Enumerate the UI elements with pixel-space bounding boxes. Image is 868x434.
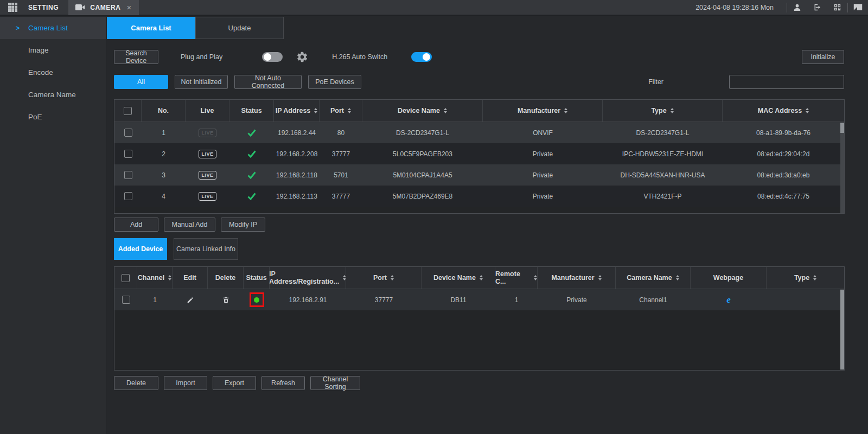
col-type[interactable]: Type (603, 100, 723, 122)
initialize-button[interactable]: Initialize (802, 50, 844, 64)
cell-port: 37777 (320, 186, 362, 207)
qr-code-button[interactable] (827, 0, 847, 15)
cell-type: DS-2CD2347G1-L (603, 122, 723, 143)
datetime: 2024-04-08 19:28:16 Mon (695, 4, 774, 11)
live-preview-button[interactable]: LIVE (199, 150, 216, 158)
sidebar-item-camera-list[interactable]: > Camera List (0, 17, 106, 39)
col-channel[interactable]: Channel (137, 267, 173, 289)
refresh-button[interactable]: Refresh (261, 376, 305, 390)
sidebar-item-label: Camera List (28, 24, 68, 32)
scrollbar[interactable] (840, 289, 844, 370)
scrollbar[interactable] (840, 122, 844, 213)
filter-poe-devices-button[interactable]: PoE Devices (308, 75, 361, 89)
col-camera-name[interactable]: Camera Name (616, 267, 691, 289)
select-all-checkbox[interactable] (124, 107, 132, 115)
filter-not-initialized-button[interactable]: Not Initialized (175, 75, 228, 89)
tab-update[interactable]: Update (195, 17, 284, 39)
status-online-dot (254, 297, 259, 303)
table-row[interactable]: 1 LIVE 192.168.2.44 80 DS-2CD2347G1-L ON… (114, 122, 844, 143)
plug-and-play-label: Plug and Play (181, 53, 222, 61)
channel-sorting-button[interactable]: Channel Sorting (310, 376, 360, 390)
col-device-name[interactable]: Device Name (422, 267, 495, 289)
filter-input[interactable] (729, 75, 844, 89)
live-preview-button[interactable]: LIVE (199, 192, 216, 201)
cell-manufacturer: Private (483, 164, 603, 186)
cell-type: IPC-HDBW5231E-ZE-HDMI (603, 143, 723, 164)
filter-label: Filter (648, 78, 663, 86)
col-remote-channel[interactable]: Remote C... (495, 267, 538, 289)
live-preview-button[interactable]: LIVE (199, 171, 216, 180)
camera-tab[interactable]: CAMERA × (68, 0, 139, 15)
tab-added-device[interactable]: Added Device (114, 238, 167, 260)
row-checkbox[interactable] (124, 129, 132, 137)
user-button[interactable] (787, 0, 807, 15)
cell-no: 1 (142, 122, 186, 143)
device-table-header: No. Live Status IP Address Port Device N… (114, 100, 844, 122)
cell-type (767, 289, 844, 310)
cell-no: 4 (142, 186, 186, 207)
table-row[interactable]: 4 LIVE 192.168.2.113 37777 5M07B2DPAZ469… (114, 186, 844, 207)
cell-camera-name: Channel1 (616, 289, 691, 310)
sort-icon (314, 108, 317, 113)
add-button[interactable]: Add (114, 218, 158, 232)
select-all-checkbox[interactable] (122, 274, 130, 282)
col-device-name[interactable]: Device Name (362, 100, 483, 122)
sort-icon (168, 275, 171, 280)
cell-device-name: DB11 (422, 289, 495, 310)
display-output-button[interactable] (848, 0, 868, 15)
scrollbar-thumb[interactable] (840, 290, 844, 369)
edit-button[interactable] (184, 294, 196, 306)
col-webpage: Webpage (691, 267, 767, 289)
search-device-button[interactable]: Search Device (114, 50, 158, 64)
delete-button[interactable] (220, 294, 232, 306)
toggle-knob (423, 53, 430, 61)
col-no: No. (142, 100, 186, 122)
sort-icon (813, 275, 816, 280)
row-checkbox[interactable] (124, 150, 132, 158)
row-checkbox[interactable] (124, 171, 132, 179)
filter-all-button[interactable]: All (114, 75, 168, 89)
main-menu-button[interactable] (0, 0, 25, 15)
table-row[interactable]: 3 LIVE 192.168.2.118 5701 5M0104CPAJ1A4A… (114, 164, 844, 186)
col-ip-address[interactable]: IP Address (274, 100, 320, 122)
filter-not-auto-connected-button[interactable]: Not Auto Connected (234, 75, 302, 89)
row-checkbox[interactable] (124, 192, 132, 200)
table-row[interactable]: 2 LIVE 192.168.2.208 37777 5L0C5F9PAGEB2… (114, 143, 844, 164)
table-row[interactable]: 1 192.168.2.91 37777 DB11 1 Private Chan… (114, 289, 844, 310)
nvr-settings-window: SETTING CAMERA × 2024-04-08 19:28:16 Mon (0, 0, 868, 434)
added-device-table: Channel Edit Delete Status IP Address/Re… (114, 266, 845, 371)
plug-and-play-settings-button[interactable] (296, 51, 308, 63)
sidebar-item-label: Encode (28, 68, 53, 76)
tab-camera-linked-info[interactable]: Camera Linked Info (174, 238, 238, 260)
cell-ip: 192.168.2.118 (274, 164, 320, 186)
sidebar-item-camera-name[interactable]: Camera Name (0, 84, 106, 106)
col-ip-registration[interactable]: IP Address/Registratio... (270, 267, 346, 289)
setting-menu-label[interactable]: SETTING (28, 4, 59, 11)
h265-auto-switch-toggle[interactable] (411, 52, 432, 62)
modify-ip-button[interactable]: Modify IP (221, 218, 265, 232)
export-button[interactable]: Export (213, 376, 256, 390)
col-mac-address[interactable]: MAC Address (723, 100, 844, 122)
tab-camera-list[interactable]: Camera List (107, 17, 195, 39)
plug-and-play-toggle[interactable] (262, 52, 283, 62)
sidebar-item-poe[interactable]: PoE (0, 106, 106, 128)
status-connected-icon (229, 186, 274, 207)
col-manufacturer[interactable]: Manufacturer (483, 100, 603, 122)
live-preview-button[interactable]: LIVE (199, 129, 216, 137)
delete-selected-button[interactable]: Delete (114, 376, 158, 390)
webpage-link-icon[interactable]: e (726, 295, 731, 305)
logout-button[interactable] (807, 0, 827, 15)
col-port[interactable]: Port (320, 100, 362, 122)
sidebar-item-encode[interactable]: Encode (0, 61, 106, 84)
scrollbar-thumb[interactable] (840, 123, 844, 133)
manual-add-button[interactable]: Manual Add (164, 218, 215, 232)
col-manufacturer[interactable]: Manufacturer (538, 267, 616, 289)
device-table: No. Live Status IP Address Port Device N… (114, 99, 845, 214)
close-icon[interactable]: × (125, 3, 132, 11)
sidebar-item-image[interactable]: Image (0, 39, 106, 61)
row-checkbox[interactable] (122, 296, 130, 304)
col-type[interactable]: Type (767, 267, 844, 289)
col-port[interactable]: Port (346, 267, 422, 289)
sidebar-item-label: Image (28, 46, 49, 54)
import-button[interactable]: Import (164, 376, 207, 390)
